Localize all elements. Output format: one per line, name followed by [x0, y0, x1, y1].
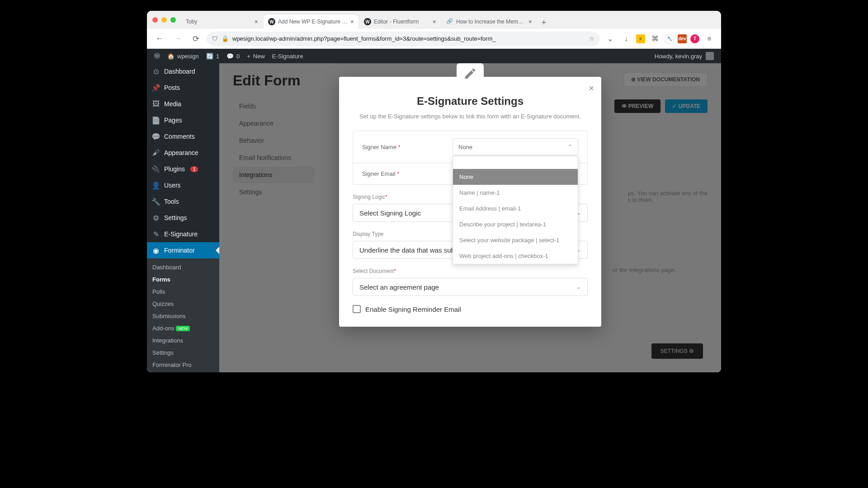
- browser-tab-memory[interactable]: 🔗 How to Increase the Memory Li ×: [442, 14, 537, 29]
- submenu-pro[interactable]: Forminator Pro: [147, 359, 219, 371]
- pin-icon: 📌: [151, 83, 160, 92]
- toolbar-icons: ⌄ ↓ ≡ ⌘ 🔧 dev T ≡: [604, 33, 716, 45]
- dropdown-option-checkbox[interactable]: Web project add-ons | checkbox-1: [453, 248, 578, 264]
- wrench-icon: 🔧: [151, 197, 160, 206]
- forminator-submenu: Dashboard Forms Polls Quizzes Submission…: [147, 258, 219, 372]
- extension-icon-3[interactable]: 🔧: [665, 34, 674, 43]
- adminbar-account[interactable]: Howdy, kevin.gray: [655, 52, 717, 60]
- tab-close-icon[interactable]: ×: [433, 18, 436, 25]
- wp-content: Edit Form ⊕ VIEW DOCUMENTATION 👁 PREVIEW…: [219, 63, 721, 372]
- update-badge: 1: [190, 166, 198, 172]
- signer-name-select[interactable]: None ⌃: [453, 138, 578, 155]
- submenu-polls[interactable]: Polls: [147, 286, 219, 298]
- sliders-icon: ⚙: [151, 213, 160, 222]
- forward-button[interactable]: →: [170, 32, 185, 46]
- dropdown-option-textarea[interactable]: Describe your project | textarea-1: [453, 216, 578, 232]
- sidebar-item-comments[interactable]: 💬Comments: [147, 128, 219, 145]
- modal-title: E-Signature Settings: [353, 95, 588, 108]
- adminbar-new[interactable]: +New: [243, 49, 269, 63]
- browser-tab-fluentform[interactable]: W Editor - Fluentform ×: [359, 14, 441, 29]
- adminbar-updates[interactable]: 🔄1: [203, 49, 223, 63]
- tab-close-icon[interactable]: ×: [255, 18, 258, 25]
- submenu-quizzes[interactable]: Quizzes: [147, 298, 219, 310]
- adminbar-comments[interactable]: 💬0: [223, 49, 243, 63]
- dropdown-option-email[interactable]: Email Address | email-1: [453, 201, 578, 216]
- adminbar-esignature[interactable]: E-Signature: [269, 49, 307, 63]
- sidebar-item-posts[interactable]: 📌Posts: [147, 80, 219, 96]
- modal-close-button[interactable]: ×: [589, 83, 594, 94]
- maximize-window-button[interactable]: [170, 17, 176, 23]
- sidebar-item-users[interactable]: 👤Users: [147, 177, 219, 193]
- extension-icon-5[interactable]: T: [690, 34, 699, 43]
- submenu-integrations[interactable]: Integrations: [147, 334, 219, 347]
- pen-icon: ✎: [151, 230, 160, 239]
- browser-tabs: Toby × W Add New WP E-Signature Integr ×…: [181, 11, 716, 29]
- chevron-up-icon: ⌃: [568, 144, 572, 150]
- dashboard-icon: ⊙: [151, 67, 160, 76]
- extension-icon-4[interactable]: dev: [678, 34, 687, 43]
- reminder-checkbox-row[interactable]: Enable Signing Reminder Email: [353, 305, 588, 313]
- star-icon[interactable]: ☆: [589, 35, 594, 42]
- howdy-text: Howdy, kevin.gray: [655, 53, 702, 60]
- avatar: [706, 52, 714, 60]
- page-icon: 📄: [151, 116, 160, 125]
- select-document-select[interactable]: Select an agreement page ⌄: [353, 278, 588, 296]
- adminbar-site[interactable]: 🏠wpesign: [164, 49, 203, 63]
- reminder-checkbox[interactable]: [353, 305, 361, 313]
- submenu-forms[interactable]: Forms: [147, 273, 219, 286]
- extension-icon-1[interactable]: ≡: [636, 34, 645, 43]
- reminder-label: Enable Signing Reminder Email: [365, 305, 461, 313]
- tab-title: Add New WP E-Signature Integr: [278, 19, 348, 25]
- pocket-icon[interactable]: ⌄: [604, 33, 616, 45]
- back-button[interactable]: ←: [152, 32, 167, 46]
- submenu-addons[interactable]: Add-onsNEW: [147, 322, 219, 334]
- wordpress-icon: ⓦ: [154, 52, 160, 60]
- url-bar[interactable]: 🛡 🔒 wpesign.local/wp-admin/admin.php?pag…: [207, 32, 600, 46]
- select-document-label: Select Document*: [353, 268, 588, 274]
- dropdown-option-none[interactable]: None: [453, 169, 578, 185]
- link-favicon: 🔗: [446, 18, 453, 25]
- adminbar-wp-logo[interactable]: ⓦ: [151, 49, 164, 63]
- sidebar-item-pages[interactable]: 📄Pages: [147, 112, 219, 128]
- chevron-down-icon: ⌄: [576, 284, 581, 290]
- plugin-icon: 🔌: [151, 164, 160, 174]
- user-icon: 👤: [151, 181, 160, 190]
- esignature-settings-modal: × E-Signature Settings Set up the E-Sign…: [339, 77, 601, 327]
- tab-title: Editor - Fluentform: [374, 19, 430, 25]
- submenu-settings[interactable]: Settings: [147, 347, 219, 359]
- home-icon: 🏠: [167, 53, 175, 60]
- minimize-window-button[interactable]: [161, 17, 167, 23]
- browser-tab-active[interactable]: W Add New WP E-Signature Integr ×: [264, 14, 359, 29]
- sidebar-item-forminator[interactable]: ◉Forminator: [147, 242, 219, 258]
- sidebar-item-appearance[interactable]: 🖌Appearance: [147, 145, 219, 161]
- sidebar-item-esignature[interactable]: ✎E-Signature: [147, 226, 219, 242]
- tab-close-icon[interactable]: ×: [528, 18, 532, 25]
- tab-title: How to Increase the Memory Li: [456, 19, 526, 25]
- browser-titlebar: Toby × W Add New WP E-Signature Integr ×…: [147, 11, 721, 29]
- dropdown-option-select[interactable]: Select your website package | select-1: [453, 232, 578, 248]
- new-tab-button[interactable]: +: [538, 16, 550, 29]
- sidebar-item-tools[interactable]: 🔧Tools: [147, 193, 219, 210]
- sidebar-item-dashboard[interactable]: ⊙Dashboard: [147, 63, 219, 80]
- reload-button[interactable]: ⟳: [189, 32, 203, 46]
- comment-icon: 💬: [151, 132, 160, 141]
- tab-title: Toby: [186, 19, 252, 25]
- sidebar-item-media[interactable]: 🖼Media: [147, 96, 219, 112]
- sidebar-item-plugins[interactable]: 🔌Plugins1: [147, 161, 219, 177]
- submenu-dashboard[interactable]: Dashboard: [147, 261, 219, 273]
- download-icon[interactable]: ↓: [620, 33, 632, 45]
- forminator-icon: ◉: [151, 246, 160, 255]
- modal-subtitle: Set up the E-Signature settings below to…: [353, 113, 588, 120]
- sidebar-item-settings[interactable]: ⚙Settings: [147, 210, 219, 226]
- tab-close-icon[interactable]: ×: [350, 18, 354, 25]
- extension-icon-2[interactable]: ⌘: [649, 33, 661, 45]
- browser-tab-toby[interactable]: Toby ×: [181, 14, 263, 29]
- dropdown-option-name[interactable]: Name | name-1: [453, 185, 578, 201]
- submenu-submissions[interactable]: Submissions: [147, 310, 219, 322]
- brush-icon: 🖌: [151, 148, 160, 157]
- close-window-button[interactable]: [152, 17, 158, 23]
- browser-window: Toby × W Add New WP E-Signature Integr ×…: [147, 11, 721, 372]
- lock-icon: 🔒: [222, 35, 229, 42]
- dropdown-search[interactable]: [453, 156, 578, 169]
- menu-icon[interactable]: ≡: [703, 33, 716, 45]
